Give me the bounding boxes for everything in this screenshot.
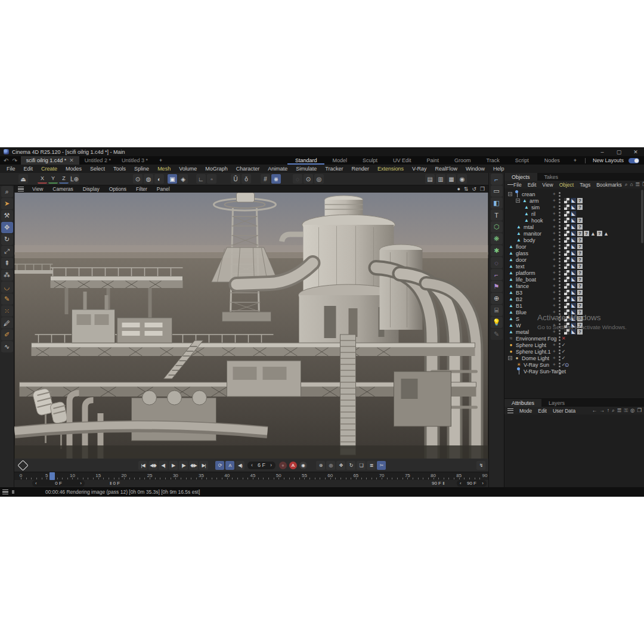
visibility-dots[interactable] (559, 336, 561, 341)
gradient-sphere-button[interactable]: ◉ (457, 174, 467, 184)
texture-tag-icon[interactable] (564, 264, 569, 269)
layout-tab-groom[interactable]: Groom (447, 156, 479, 165)
keyframe-ruler-button[interactable]: A (225, 461, 234, 470)
clone-dots-icon[interactable]: ⁙ (1, 305, 13, 317)
layout-tab-track[interactable]: Track (479, 156, 507, 165)
unknown-plugin-tag-icon[interactable]: ? (577, 303, 583, 308)
redo-view-button[interactable]: ǒ (242, 174, 251, 184)
menu-window[interactable]: Window (462, 166, 489, 172)
unknown-plugin-tag-icon[interactable]: ? (577, 205, 583, 210)
unknown-plugin-tag-icon[interactable]: ? (577, 296, 583, 302)
menu-mesh[interactable]: Mesh (153, 166, 175, 172)
search-icon[interactable]: ⌕ (612, 407, 615, 414)
null-object-icon[interactable]: ⌐ (491, 174, 503, 185)
tree-row-life-boat[interactable]: ▲life_boat✦◣? (504, 276, 644, 283)
phong-tag-icon[interactable]: ◣ (571, 283, 576, 289)
menu-mograph[interactable]: MoGraph (201, 166, 232, 172)
sculpt-pen-icon[interactable]: ✎ (1, 293, 13, 305)
visibility-dots[interactable] (559, 205, 561, 210)
phong-tag-icon[interactable]: ◣ (571, 244, 576, 249)
visibility-dots[interactable] (559, 251, 561, 256)
menu-simulate[interactable]: Simulate (292, 166, 321, 172)
phong-tag-icon[interactable]: ◣ (571, 231, 576, 236)
tree-row-body[interactable]: ▲body✦◣? (504, 237, 644, 243)
warning-tag-icon[interactable]: ▲ (603, 231, 609, 236)
layer-icon[interactable]: ✦ (552, 270, 556, 275)
phong-tag-icon[interactable]: ◣ (571, 250, 576, 256)
normal-move-icon[interactable]: ⁂ (1, 270, 13, 281)
visibility-dots[interactable] (559, 212, 561, 216)
shading-sphere-icon[interactable]: ● (457, 186, 460, 192)
view-history-icon[interactable]: ↺ (472, 186, 476, 192)
layer-icon[interactable]: ✦ (552, 355, 556, 361)
menu-file[interactable]: File (2, 166, 20, 172)
rotate-keys-button[interactable]: ↻ (346, 461, 355, 470)
layer-icon[interactable]: ✦ (552, 283, 556, 289)
layouts-toggle[interactable] (628, 158, 639, 163)
phong-tag-icon[interactable]: ◣ (571, 211, 576, 216)
coordinate-system-button[interactable]: L⊕ (70, 174, 79, 184)
spline-sketch-icon[interactable]: ∿ (1, 341, 13, 352)
visibility-dots[interactable] (559, 199, 561, 203)
new-document-tab-button[interactable]: + (153, 156, 168, 165)
tree-row-manitor[interactable]: ▲manitor✦◣??▲?▲ (504, 230, 644, 237)
scale-icon[interactable]: ⤢ (1, 246, 13, 257)
tree-row-v-ray-sun-target[interactable]: V-Ray Sun-Target✦ (504, 368, 644, 374)
texture-tag-icon[interactable] (564, 270, 569, 275)
sculpt-arc-icon[interactable]: ◡ (1, 281, 13, 293)
simulate-a-button[interactable]: ◌ (293, 174, 302, 184)
visibility-dots[interactable] (559, 349, 561, 354)
status-stop-icon[interactable] (12, 490, 14, 494)
phong-tag-icon[interactable]: ◣ (571, 264, 576, 269)
pen-line-icon[interactable]: ✐ (1, 329, 13, 340)
tree-row-floor[interactable]: ▲floor✦◣? (504, 243, 644, 250)
attr-menu-edit[interactable]: Edit (535, 408, 550, 414)
tweak-select-icon[interactable]: ⚒ (1, 210, 13, 221)
dec-icon[interactable]: ‹ (35, 481, 37, 486)
scene-camera-icon[interactable]: ⌸ (491, 305, 503, 316)
move-icon[interactable]: ✥ (1, 222, 13, 233)
close-button[interactable]: ✕ (627, 147, 644, 156)
visibility-dots[interactable] (559, 297, 561, 302)
visibility-dots[interactable] (559, 218, 561, 223)
disabled-x-icon[interactable]: ✕ (562, 336, 566, 341)
phong-tag-icon[interactable]: ◣ (571, 270, 576, 275)
layer-icon[interactable]: ✦ (552, 237, 556, 243)
menu-tracker[interactable]: Tracker (321, 166, 347, 172)
visibility-dots[interactable] (559, 271, 561, 275)
inc-icon[interactable]: › (80, 481, 82, 486)
add-layout-button[interactable]: + (568, 157, 583, 163)
menu-extensions[interactable]: Extensions (373, 166, 408, 172)
record-active-objects-button[interactable]: ● (279, 462, 287, 469)
tree-row-door[interactable]: ▲door✦◣? (504, 256, 644, 263)
unknown-plugin-tag-icon[interactable]: ? (577, 283, 583, 289)
phong-tag-icon[interactable]: ◣ (571, 277, 576, 282)
tree-row-arm[interactable]: −▲arm✦◣? (504, 197, 644, 204)
texture-tag-icon[interactable] (564, 257, 569, 262)
layout-tab-standard[interactable]: Standard (287, 156, 325, 165)
tree-row-b3[interactable]: ▲B3✦◣? (504, 289, 644, 296)
render-box-camera-button[interactable]: ⏏ (18, 174, 28, 184)
layer-icon[interactable]: ✦ (552, 369, 556, 374)
texture-tag-icon[interactable] (564, 231, 569, 236)
layer-icon[interactable]: ✦ (552, 264, 556, 269)
brush-icon[interactable]: 🖉 (1, 317, 13, 329)
interactive-render-region-button[interactable]: ▣ (168, 174, 177, 184)
unknown-plugin-tag-icon[interactable]: ? (577, 270, 583, 275)
new-layouts-button[interactable]: New Layouts (588, 157, 628, 163)
viewport-menu-panel[interactable]: Panel (152, 186, 175, 192)
tree-row-ril[interactable]: ▲ril✦◣ (504, 210, 644, 217)
attributes-hamburger-icon[interactable] (507, 408, 513, 413)
autokeying-button[interactable]: A (289, 462, 297, 469)
unknown-plugin-tag-icon[interactable]: ? (597, 231, 602, 236)
axis-lock-x-button[interactable]: X (38, 174, 47, 184)
unknown-plugin-tag-icon[interactable]: ? (577, 218, 583, 223)
lock-icon[interactable]: ⚿ (624, 407, 627, 414)
tree-row-environment-fog[interactable]: ≈Environment Fog✦✕ (504, 335, 644, 342)
phong-tag-icon[interactable]: ◣ (571, 257, 576, 262)
playhead[interactable] (49, 472, 55, 480)
texture-tag-icon[interactable] (564, 277, 569, 282)
visibility-dots[interactable] (559, 225, 561, 230)
phong-tag-icon[interactable]: ◣ (571, 205, 576, 210)
maximize-button[interactable]: ▢ (611, 147, 627, 156)
